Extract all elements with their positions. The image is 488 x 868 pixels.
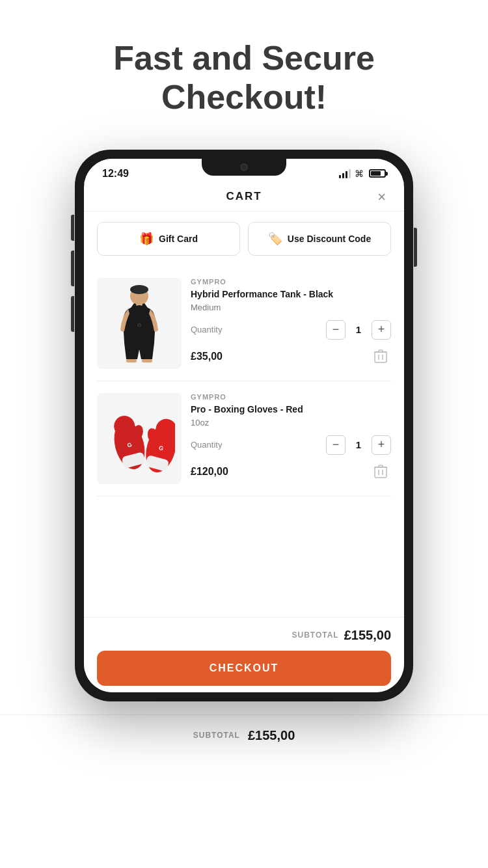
decrease-qty-button-1[interactable]: − — [326, 320, 346, 340]
volume-up-button — [71, 251, 74, 286]
status-time: 12:49 — [102, 168, 129, 180]
item-price-2: £120,00 — [191, 466, 228, 478]
svg-rect-2 — [126, 359, 137, 362]
trash-icon-1 — [374, 349, 387, 364]
battery-fill — [371, 171, 381, 176]
cart-item-gloves: G G — [97, 381, 391, 496]
svg-text:G: G — [137, 322, 141, 328]
increase-qty-button-2[interactable]: + — [372, 435, 391, 455]
subtotal-label: SUBTOTAL — [291, 631, 338, 640]
footer-subtotal-row: SUBTOTAL £155,00 — [193, 728, 295, 743]
status-icons: ⌘ — [339, 169, 386, 179]
signal-bar-3 — [346, 171, 347, 178]
item-brand-1: GYMPRO — [191, 278, 391, 286]
quantity-label-2: Quantity — [191, 440, 222, 450]
action-buttons-row: 🎁 Gift Card 🏷️ Use Discount Code — [84, 211, 404, 266]
item-price-1: £35,00 — [191, 351, 223, 362]
gift-card-button[interactable]: 🎁 Gift Card — [97, 222, 240, 256]
item-image-tank: G — [97, 278, 182, 369]
qty-value-2: 1 — [352, 439, 365, 450]
hero-title: Fast and Secure Checkout! — [113, 39, 375, 117]
checkout-button[interactable]: CHECKOUT — [97, 651, 391, 686]
discount-icon: 🏷️ — [268, 232, 282, 246]
footer-subtotal-amount: £155,00 — [248, 728, 295, 743]
signal-bar-2 — [342, 173, 344, 178]
item-variant-1: Medium — [191, 303, 391, 312]
item-quantity-row-2: Quantity − 1 + — [191, 435, 391, 455]
item-price-row-2: £120,00 — [191, 461, 391, 482]
bottom-bar: SUBTOTAL £155,00 CHECKOUT — [84, 617, 404, 692]
trash-icon-2 — [374, 465, 387, 479]
discount-code-button[interactable]: 🏷️ Use Discount Code — [248, 222, 391, 256]
cart-item-tank: G GYMPRO Hybrid Performance Tank - Black… — [97, 266, 391, 381]
wifi-icon: ⌘ — [355, 169, 364, 179]
battery-icon — [369, 169, 386, 178]
mute-button — [71, 215, 74, 241]
footer-subtotal-label: SUBTOTAL — [193, 731, 240, 740]
item-quantity-row-1: Quantity − 1 + — [191, 320, 391, 340]
gift-icon: 🎁 — [139, 232, 154, 246]
item-name-2: Pro - Boxing Gloves - Red — [191, 403, 391, 415]
svg-rect-3 — [142, 359, 152, 362]
gloves-svg: G G — [103, 403, 175, 474]
delete-item-button-2[interactable] — [370, 461, 391, 482]
hero-section: Fast and Secure Checkout! — [87, 0, 401, 143]
item-details-tank: GYMPRO Hybrid Performance Tank - Black M… — [191, 278, 391, 369]
page-footer: SUBTOTAL £155,00 — [0, 714, 488, 756]
cart-title: CART — [226, 190, 262, 203]
item-price-row-1: £35,00 — [191, 346, 391, 367]
delete-item-button-1[interactable] — [370, 346, 391, 367]
subtotal-row: SUBTOTAL £155,00 — [97, 628, 391, 643]
increase-qty-button-1[interactable]: + — [372, 320, 391, 340]
tank-svg: G — [110, 284, 169, 362]
svg-rect-5 — [375, 352, 386, 362]
phone-camera — [240, 163, 248, 171]
cart-header: CART × — [84, 183, 404, 211]
quantity-controls-2: − 1 + — [326, 435, 391, 455]
svg-rect-19 — [375, 467, 386, 478]
item-details-gloves: GYMPRO Pro - Boxing Gloves - Red 10oz Qu… — [191, 393, 391, 484]
item-brand-2: GYMPRO — [191, 393, 391, 401]
quantity-controls-1: − 1 + — [326, 320, 391, 340]
decrease-qty-button-2[interactable]: − — [326, 435, 346, 455]
phone-notch — [202, 159, 286, 176]
signal-icon — [339, 169, 351, 178]
signal-bar-4 — [349, 169, 351, 178]
qty-value-1: 1 — [352, 324, 365, 335]
bottom-spacer — [84, 496, 404, 575]
phone-frame: 12:49 ⌘ CART × — [75, 150, 413, 701]
item-image-gloves: G G — [97, 393, 182, 484]
volume-down-button — [71, 296, 74, 332]
item-variant-2: 10oz — [191, 418, 391, 427]
power-button — [414, 228, 417, 267]
cart-items-list: G GYMPRO Hybrid Performance Tank - Black… — [84, 266, 404, 496]
phone-screen: 12:49 ⌘ CART × — [84, 159, 404, 692]
subtotal-amount: £155,00 — [344, 628, 391, 643]
item-name-1: Hybrid Performance Tank - Black — [191, 288, 391, 300]
signal-bar-1 — [339, 175, 341, 178]
svg-point-1 — [130, 285, 148, 294]
close-button[interactable]: × — [377, 190, 386, 204]
quantity-label-1: Quantity — [191, 325, 222, 334]
phone-mockup: 12:49 ⌘ CART × — [75, 150, 413, 701]
